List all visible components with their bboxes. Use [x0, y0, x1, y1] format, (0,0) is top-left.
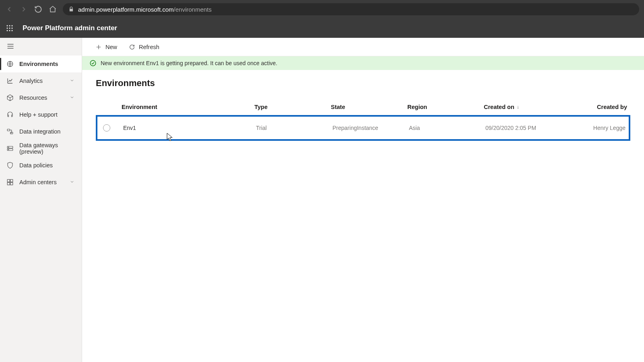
sidebar-item-label: Help + support: [19, 111, 75, 118]
success-banner: New environment Env1 is getting prepared…: [82, 56, 644, 70]
cell-region: Asia: [409, 125, 485, 131]
sidebar-item-label: Data gateways (preview): [19, 142, 75, 155]
row-select[interactable]: [97, 124, 123, 132]
sidebar-item-help-support[interactable]: Help + support: [0, 106, 82, 123]
sidebar-item-label: Resources: [19, 95, 64, 101]
table-header-row: Environment Type State Region Created on…: [96, 99, 630, 115]
sidebar-item-label: Environments: [19, 61, 75, 67]
col-created-on-label: Created on: [484, 104, 514, 110]
chevron-down-icon: [70, 179, 75, 185]
svg-rect-19: [10, 183, 13, 185]
svg-point-20: [90, 60, 96, 66]
app-header: Power Platform admin center: [0, 19, 644, 38]
sidebar-item-analytics[interactable]: Analytics: [0, 72, 82, 89]
svg-point-0: [7, 25, 8, 27]
svg-rect-17: [10, 179, 13, 182]
admin-centers-icon: [6, 179, 14, 186]
svg-point-6: [7, 30, 8, 31]
svg-point-1: [9, 25, 10, 27]
cube-icon: [6, 94, 14, 101]
sidebar-item-label: Analytics: [19, 78, 64, 84]
radio-icon[interactable]: [103, 124, 110, 132]
sidebar-item-data-policies[interactable]: Data policies: [0, 157, 82, 174]
refresh-icon: [128, 43, 136, 51]
col-created-on-header[interactable]: Created on ↓: [484, 104, 564, 110]
chart-icon: [6, 77, 14, 84]
main-content: New Refresh New environment Env1 is gett…: [82, 38, 644, 362]
svg-rect-18: [7, 183, 10, 185]
table-row[interactable]: Env1 Trial PreparingInstance Asia 09/20/…: [97, 117, 629, 139]
sidebar-item-environments[interactable]: Environments: [0, 56, 82, 72]
forward-icon[interactable]: [19, 5, 28, 14]
refresh-button-label: Refresh: [139, 44, 159, 50]
shield-icon: [6, 162, 14, 169]
svg-rect-10: [7, 129, 10, 131]
col-environment-header[interactable]: Environment: [122, 104, 254, 110]
chevron-down-icon: [70, 95, 75, 101]
sidebar-item-label: Admin centers: [19, 179, 64, 185]
svg-rect-16: [7, 179, 10, 182]
cell-type: Trial: [256, 125, 332, 131]
sort-descending-icon: ↓: [517, 104, 519, 110]
cell-created-on: 09/20/2020 2:05 PM: [485, 125, 566, 131]
new-button[interactable]: New: [93, 41, 119, 53]
plus-icon: [95, 43, 102, 51]
col-created-by-header[interactable]: Created by: [564, 104, 630, 110]
home-icon[interactable]: [48, 5, 57, 14]
check-circle-icon: [89, 60, 97, 67]
sidebar: Environments Analytics Resources H: [0, 38, 82, 362]
highlighted-row-annotation: Env1 Trial PreparingInstance Asia 09/20/…: [96, 115, 630, 141]
app-title: Power Platform admin center: [23, 24, 117, 32]
app-launcher-icon[interactable]: [4, 23, 15, 34]
cell-created-by: Henry Legge: [566, 125, 629, 131]
sidebar-item-label: Data integration: [19, 128, 75, 135]
col-state-header[interactable]: State: [331, 104, 407, 110]
svg-point-2: [12, 25, 13, 27]
url-domain: admin.powerplatform.microsoft.com: [78, 6, 174, 13]
cell-state: PreparingInstance: [332, 125, 409, 131]
globe-icon: [6, 60, 14, 68]
lock-icon: [68, 6, 74, 12]
svg-point-8: [12, 30, 13, 31]
svg-point-5: [12, 28, 13, 29]
cell-environment[interactable]: Env1: [123, 125, 256, 131]
svg-point-3: [7, 28, 8, 29]
svg-point-14: [8, 147, 9, 148]
page-title: Environments: [82, 70, 644, 93]
environments-table: Environment Type State Region Created on…: [82, 93, 644, 141]
command-bar: New Refresh: [82, 38, 644, 56]
address-bar[interactable]: admin.powerplatform.microsoft.com/enviro…: [63, 3, 639, 15]
col-region-header[interactable]: Region: [407, 104, 484, 110]
headset-icon: [6, 111, 14, 118]
hamburger-icon[interactable]: [6, 42, 15, 51]
new-button-label: New: [105, 44, 117, 50]
svg-point-15: [8, 149, 9, 150]
refresh-button[interactable]: Refresh: [127, 41, 161, 53]
browser-nav: [5, 5, 57, 14]
reload-icon[interactable]: [34, 5, 43, 14]
back-icon[interactable]: [5, 5, 14, 14]
browser-chrome: admin.powerplatform.microsoft.com/enviro…: [0, 0, 644, 19]
data-integration-icon: [6, 128, 14, 135]
svg-point-7: [9, 30, 10, 31]
col-type-header[interactable]: Type: [254, 104, 331, 110]
sidebar-item-data-gateways[interactable]: Data gateways (preview): [0, 140, 82, 157]
gateway-icon: [6, 145, 14, 152]
url-text: admin.powerplatform.microsoft.com/enviro…: [78, 6, 212, 13]
sidebar-item-admin-centers[interactable]: Admin centers: [0, 174, 82, 191]
sidebar-item-label: Data policies: [19, 162, 75, 169]
chevron-down-icon: [70, 78, 75, 84]
svg-point-4: [9, 28, 10, 29]
banner-text: New environment Env1 is getting prepared…: [101, 60, 277, 66]
sidebar-item-data-integration[interactable]: Data integration: [0, 123, 82, 140]
sidebar-item-resources[interactable]: Resources: [0, 89, 82, 106]
url-path: /environments: [174, 6, 212, 13]
